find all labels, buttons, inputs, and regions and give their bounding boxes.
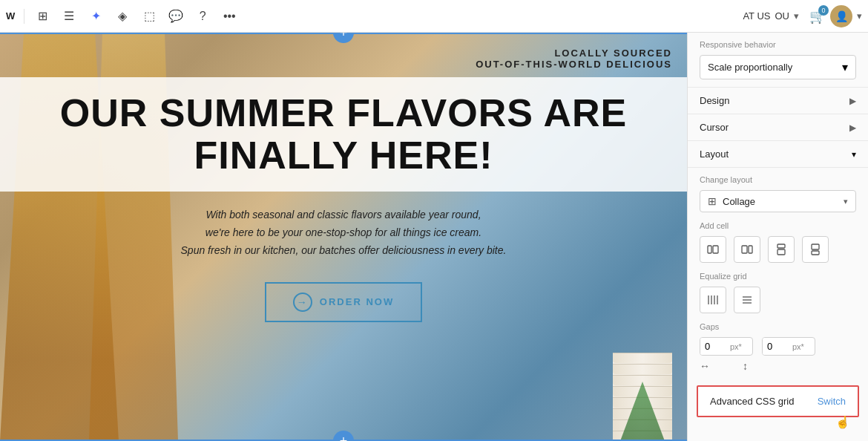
layout-expanded-content: Change layout ⊞ Collage ▾ Add cell bbox=[688, 168, 868, 379]
equalize-rows-button[interactable] bbox=[734, 287, 760, 313]
gap-h-input-wrap: px* bbox=[700, 337, 753, 356]
add-cell-right-button[interactable] bbox=[734, 236, 760, 263]
body-text-area: With both seasonal and classic flavors a… bbox=[0, 192, 687, 274]
gap-v-input[interactable] bbox=[763, 338, 792, 355]
layout-dropdown[interactable]: ⊞ Collage ▾ bbox=[700, 190, 856, 212]
avatar-chevron[interactable]: ▾ bbox=[857, 10, 862, 22]
gap-h-input[interactable] bbox=[700, 338, 730, 355]
gaps-label: Gaps bbox=[700, 322, 856, 331]
gap-v-unit: px* bbox=[792, 342, 809, 351]
svg-rect-6 bbox=[812, 244, 819, 249]
body-line-1: With both seasonal and classic flavors a… bbox=[22, 206, 665, 224]
headline-text: OUR SUMMER FLAVORS ARE FINALLY HERE! bbox=[22, 92, 665, 177]
responsive-value: Scale proportionally bbox=[708, 62, 842, 73]
layout-dropdown-label: Collage bbox=[723, 196, 844, 207]
layout-dropdown-icon: ⊞ bbox=[708, 195, 717, 207]
gaps-arrow-icons: ↔ ↕ bbox=[700, 360, 856, 372]
ai-button[interactable]: ✦ bbox=[84, 4, 108, 28]
pages-button[interactable]: ⊞ bbox=[30, 4, 54, 28]
body-line-3: Spun fresh in our kitchen, our batches o… bbox=[22, 242, 665, 260]
cursor-label: Cursor bbox=[700, 122, 849, 133]
header-line-2: OUT-OF-THIS-WORLD DELICIOUS bbox=[15, 59, 672, 70]
help-button[interactable]: ? bbox=[191, 4, 214, 28]
order-now-button[interactable]: → ORDER NOW bbox=[265, 282, 422, 322]
layout-dropdown-chevron: ▾ bbox=[844, 197, 848, 206]
layout-arrow: ▾ bbox=[852, 149, 856, 160]
cart-icon[interactable]: 🛒 0 bbox=[809, 8, 826, 24]
design-label: Design bbox=[700, 95, 849, 106]
svg-rect-2 bbox=[742, 246, 747, 253]
equalize-label: Equalize grid bbox=[700, 272, 856, 281]
cart-badge: 0 bbox=[818, 5, 829, 16]
right-panel: Responsive behavior Scale proportionally… bbox=[687, 33, 868, 441]
gap-h-arrow-icon: ↔ bbox=[700, 360, 710, 372]
avatar[interactable]: 👤 bbox=[830, 5, 852, 27]
gap-v-arrow-icon: ↕ bbox=[743, 360, 748, 372]
design-arrow: ▶ bbox=[849, 96, 856, 106]
advanced-css-grid-label: Advanced CSS grid bbox=[710, 396, 818, 407]
content-section: LOCALLY SOURCED OUT-OF-THIS-WORLD DELICI… bbox=[0, 33, 687, 441]
responsive-label: Responsive behavior bbox=[700, 40, 856, 49]
responsive-dropdown[interactable]: Scale proportionally ▾ bbox=[700, 55, 856, 79]
svg-rect-3 bbox=[749, 246, 752, 253]
cursor-hand-icon: ☝ bbox=[835, 415, 850, 429]
cursor-arrow: ▶ bbox=[849, 122, 856, 133]
comment-button[interactable]: 💬 bbox=[164, 4, 188, 28]
add-cell-icons bbox=[700, 236, 856, 263]
body-line-2: we're here to be your one-stop-shop for … bbox=[22, 224, 665, 242]
gap-v-input-wrap: px* bbox=[762, 337, 815, 356]
advanced-css-grid-row: Advanced CSS grid Switch ☝ bbox=[697, 385, 859, 417]
change-layout-label: Change layout bbox=[700, 175, 856, 184]
svg-rect-4 bbox=[777, 244, 785, 248]
layout-label: Layout bbox=[700, 148, 852, 160]
nav-ou[interactable]: OU bbox=[775, 10, 790, 22]
toolbar-nav: AT US OU ▾ 🛒 0 👤 ▾ bbox=[743, 5, 862, 27]
svg-rect-0 bbox=[708, 246, 711, 253]
order-btn-label: ORDER NOW bbox=[320, 296, 394, 307]
crop-button[interactable]: ⬚ bbox=[137, 4, 161, 28]
add-cell-left-button[interactable] bbox=[700, 236, 726, 263]
cursor-section: Cursor ▶ bbox=[688, 114, 868, 141]
nav-chevron[interactable]: ▾ bbox=[794, 10, 799, 22]
design-section: Design ▶ bbox=[688, 88, 868, 114]
equalize-icons bbox=[700, 287, 856, 313]
sections-button[interactable]: ☰ bbox=[57, 4, 81, 28]
layout-section-header: Layout ▾ bbox=[688, 141, 868, 168]
order-btn-wrap: → ORDER NOW bbox=[0, 282, 687, 322]
layout-row[interactable]: Layout ▾ bbox=[688, 141, 868, 167]
cursor-row[interactable]: Cursor ▶ bbox=[688, 114, 868, 140]
svg-rect-7 bbox=[812, 251, 819, 255]
advanced-switch-button[interactable]: Switch bbox=[818, 396, 846, 407]
toolbar: W ⊞ ☰ ✦ ◈ ⬚ 💬 ? ••• AT US OU ▾ 🛒 0 👤 ▾ bbox=[0, 0, 868, 33]
svg-rect-1 bbox=[713, 246, 718, 253]
more-button[interactable]: ••• bbox=[217, 4, 241, 28]
toolbar-separator-1 bbox=[24, 9, 24, 24]
order-btn-icon: → bbox=[293, 293, 312, 312]
equalize-columns-button[interactable] bbox=[700, 287, 726, 313]
responsive-section: Responsive behavior Scale proportionally… bbox=[688, 33, 868, 88]
design-row[interactable]: Design ▶ bbox=[688, 88, 868, 114]
add-cell-bottom-button[interactable] bbox=[802, 236, 829, 263]
add-cell-top-button[interactable] bbox=[768, 236, 795, 263]
gap-h-unit: px* bbox=[730, 342, 746, 351]
main-area: + + LOCALLY SOURCED OUT-OF-THIS-WORLD DE… bbox=[0, 33, 868, 441]
logo: W bbox=[6, 10, 15, 22]
headline-block: OUR SUMMER FLAVORS ARE FINALLY HERE! bbox=[0, 77, 687, 192]
nav-at-us[interactable]: AT US bbox=[743, 10, 770, 22]
gaps-horizontal-row: px* px* bbox=[700, 337, 856, 356]
add-cell-label: Add cell bbox=[700, 221, 856, 230]
header-line-1: LOCALLY SOURCED bbox=[15, 48, 672, 59]
responsive-chevron: ▾ bbox=[842, 60, 848, 74]
canvas-area: + + LOCALLY SOURCED OUT-OF-THIS-WORLD DE… bbox=[0, 33, 687, 441]
media-button[interactable]: ◈ bbox=[111, 4, 134, 28]
svg-rect-5 bbox=[777, 249, 785, 255]
